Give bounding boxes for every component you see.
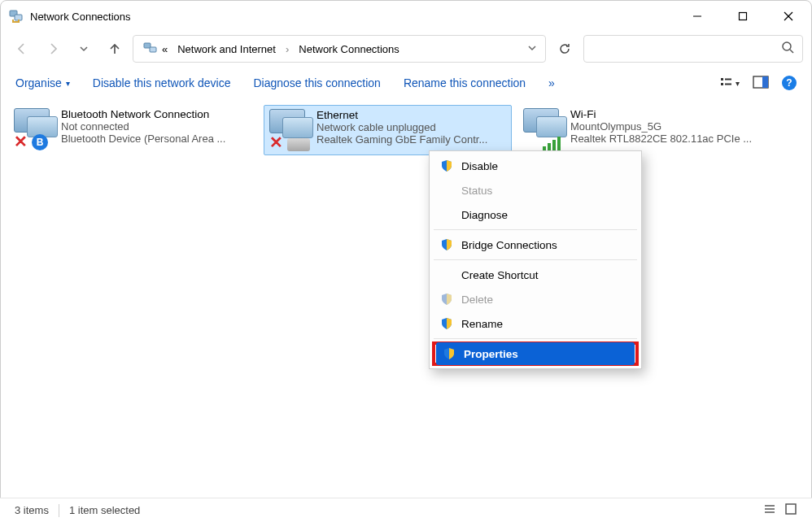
connection-status: Not connected xyxy=(61,120,225,133)
help-button[interactable]: ? xyxy=(782,76,797,90)
connection-name: Wi-Fi xyxy=(570,108,752,120)
window-title: Network Connections xyxy=(30,11,131,23)
window-controls xyxy=(674,1,811,32)
connection-device: Realtek Gaming GbE Family Contr... xyxy=(317,133,487,146)
selection-count: 1 item selected xyxy=(69,504,140,516)
ctx-delete: Delete xyxy=(432,287,639,311)
connection-status: MountOlympus_5G xyxy=(570,120,752,133)
ctx-create-shortcut[interactable]: Create Shortcut xyxy=(432,263,639,287)
shield-icon xyxy=(440,293,453,306)
bluetooth-icon: B xyxy=(32,134,48,150)
menu-separator xyxy=(434,229,637,230)
view-options-button[interactable]: ▾ xyxy=(719,76,740,90)
ctx-properties-highlighted[interactable]: Properties xyxy=(432,341,639,366)
nav-back-button[interactable] xyxy=(9,36,35,62)
large-icons-view-button[interactable] xyxy=(784,502,797,518)
minimize-button[interactable] xyxy=(674,1,720,32)
ctx-diagnose[interactable]: Diagnose xyxy=(432,202,639,227)
connection-name: Bluetooth Network Connection xyxy=(61,108,225,120)
shield-icon xyxy=(440,238,453,251)
status-bar: 3 items 1 item selected xyxy=(0,498,812,522)
address-prefix: « xyxy=(162,43,168,55)
connection-icon xyxy=(523,108,570,150)
connections-list: ✕ B Bluetooth Network Connection Not con… xyxy=(1,100,811,160)
title-bar: Network Connections xyxy=(1,1,811,32)
shield-icon xyxy=(443,347,456,360)
connection-icon: ✕ xyxy=(269,109,317,151)
connection-device: Bluetooth Device (Personal Area ... xyxy=(61,133,225,145)
search-input[interactable] xyxy=(592,42,781,56)
shield-icon xyxy=(440,159,453,172)
rename-connection-button[interactable]: Rename this connection xyxy=(404,76,526,89)
breadcrumb-network-connections[interactable]: Network Connections xyxy=(294,41,404,58)
svg-rect-1 xyxy=(15,15,22,20)
item-count: 3 items xyxy=(15,504,49,516)
svg-rect-19 xyxy=(786,504,796,514)
disable-device-button[interactable]: Disable this network device xyxy=(93,76,231,89)
red-x-icon: ✕ xyxy=(269,135,284,150)
nav-up-button[interactable] xyxy=(102,36,128,62)
diagnose-connection-button[interactable]: Diagnose this connection xyxy=(253,76,380,89)
separator xyxy=(59,504,59,517)
maximize-button[interactable] xyxy=(720,1,766,32)
nav-forward-button[interactable] xyxy=(40,36,66,62)
connection-device: Realtek RTL8822CE 802.11ac PCIe ... xyxy=(570,133,752,145)
connection-item-wifi[interactable]: Wi-Fi MountOlympus_5G Realtek RTL8822CE … xyxy=(518,105,766,155)
preview-pane-button[interactable] xyxy=(753,76,769,91)
ctx-bridge-connections[interactable]: Bridge Connections xyxy=(432,233,639,257)
svg-line-9 xyxy=(790,50,793,53)
refresh-button[interactable] xyxy=(551,35,578,63)
search-icon[interactable] xyxy=(781,41,794,57)
red-x-icon: ✕ xyxy=(14,134,28,149)
overflow-button[interactable]: » xyxy=(548,76,555,89)
connection-icon: ✕ B xyxy=(14,108,61,150)
address-dropdown-button[interactable] xyxy=(524,41,540,56)
ctx-rename[interactable]: Rename xyxy=(432,311,639,336)
wifi-signal-icon xyxy=(543,137,561,150)
organise-menu[interactable]: Organise ▾ xyxy=(15,76,70,89)
ctx-status: Status xyxy=(432,178,639,202)
shield-icon xyxy=(440,317,453,330)
details-view-button[interactable] xyxy=(763,502,776,518)
menu-separator xyxy=(434,338,637,339)
connection-status: Network cable unplugged xyxy=(317,121,487,133)
svg-rect-15 xyxy=(762,76,768,88)
svg-rect-10 xyxy=(721,78,723,80)
chevron-down-icon: ▾ xyxy=(736,79,740,88)
svg-point-8 xyxy=(783,42,791,50)
address-bar[interactable]: « Network and Internet › Network Connect… xyxy=(133,35,546,63)
navigation-row: « Network and Internet › Network Connect… xyxy=(1,32,811,66)
address-root-icon: « xyxy=(138,40,172,58)
menu-separator xyxy=(434,259,637,260)
chevron-down-icon: ▾ xyxy=(66,79,70,88)
connection-name: Ethernet xyxy=(317,109,487,121)
ethernet-plug-icon xyxy=(287,138,310,151)
network-connections-icon xyxy=(9,9,24,24)
connection-item-ethernet[interactable]: ✕ Ethernet Network cable unplugged Realt… xyxy=(264,105,512,155)
connection-item-bluetooth[interactable]: ✕ B Bluetooth Network Connection Not con… xyxy=(9,105,257,155)
ctx-disable[interactable]: Disable xyxy=(432,154,639,178)
nav-recent-dropdown[interactable] xyxy=(71,36,97,62)
chevron-right-icon[interactable]: › xyxy=(281,41,294,58)
svg-rect-3 xyxy=(740,13,747,20)
command-bar: Organise ▾ Disable this network device D… xyxy=(1,66,811,100)
context-menu: Disable Status Diagnose Bridge Connectio… xyxy=(429,150,642,369)
svg-rect-11 xyxy=(721,83,723,85)
close-button[interactable] xyxy=(766,1,811,32)
search-box[interactable] xyxy=(583,35,803,63)
breadcrumb-network-and-internet[interactable]: Network and Internet xyxy=(172,41,281,58)
svg-rect-7 xyxy=(150,47,156,52)
